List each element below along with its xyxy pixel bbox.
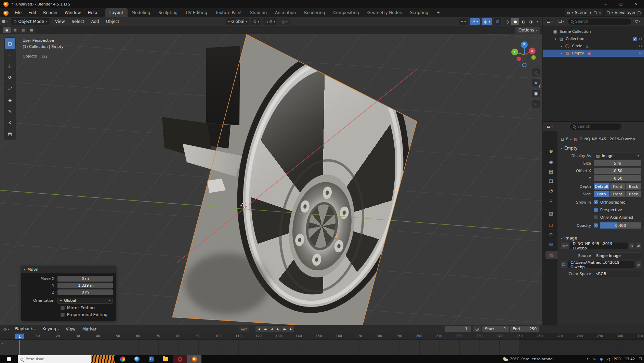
menu-file[interactable]: File — [11, 8, 25, 17]
side-back-button[interactable]: Back — [626, 191, 641, 197]
properties-tab-object[interactable]: ◻ — [546, 221, 556, 229]
tab-uv-editing[interactable]: UV Editing — [182, 8, 211, 17]
clock[interactable]: 13:42 — [625, 357, 635, 361]
tab-shading[interactable]: Shading — [246, 8, 271, 17]
only-axis-aligned-checkbox[interactable] — [594, 215, 598, 219]
select-mode-extend[interactable]: ▤ — [11, 27, 19, 33]
size-field[interactable]: 5 m — [594, 160, 641, 166]
shading-solid-button[interactable]: ● — [511, 18, 519, 25]
shading-dropdown[interactable]: ▾ — [535, 18, 540, 25]
jump-to-start-button[interactable]: |◀ — [255, 326, 262, 332]
tool-annotate[interactable]: ✎ — [5, 106, 15, 117]
jump-to-end-button[interactable]: ▶| — [288, 326, 294, 332]
tab-rendering[interactable]: Rendering — [300, 8, 329, 17]
tool-select-box[interactable]: ▢ — [5, 38, 15, 49]
show-gizmo-dropdown[interactable]: ⌖▾ — [459, 18, 468, 25]
bluetooth-icon[interactable]: ● — [600, 357, 603, 361]
source-dropdown[interactable]: Single Image — [594, 252, 641, 259]
move-operator-panel[interactable]: ▾Move Move X 0 m Y -1.329 m Z 0 m Orient… — [21, 266, 116, 321]
visibility-icon[interactable]: ⊡ — [639, 44, 642, 48]
menu-window[interactable]: Window — [61, 8, 84, 17]
properties-tab-collection[interactable]: ▥ — [546, 209, 556, 218]
properties-tab-tool[interactable]: ⚒ — [546, 147, 556, 156]
outliner-row-collection[interactable]: ▾▤Collection✓⊡ — [543, 35, 644, 42]
new-scene-icon[interactable]: ❏ — [594, 11, 597, 15]
gizmo-x-axis[interactable]: X — [529, 48, 536, 54]
current-frame-badge[interactable]: 1 — [15, 334, 24, 339]
tab-geometry-nodes[interactable]: Geometry Nodes — [363, 8, 406, 17]
use-preview-range-button[interactable]: ◷ — [473, 326, 481, 332]
depth-default-button[interactable]: Default — [594, 183, 609, 190]
select-mode-new[interactable]: ▣ — [3, 27, 11, 33]
tab-modeling[interactable]: Modeling — [128, 8, 155, 17]
viewport-menu-view[interactable]: View — [52, 17, 68, 26]
tool-move[interactable]: ✢ — [5, 61, 15, 72]
properties-tab-output[interactable]: ▤ — [546, 167, 556, 176]
taskbar-search-input[interactable] — [26, 357, 74, 361]
blender-menu-icon[interactable] — [3, 11, 9, 16]
collection-exclude-checkbox[interactable]: ✓ — [633, 37, 637, 41]
editor-type-button[interactable]: ⊞▾ — [0, 19, 10, 24]
depth-back-button[interactable]: Back — [626, 183, 641, 190]
notification-center-icon[interactable]: ❐ — [639, 357, 642, 361]
tool-scale[interactable]: ⤢ — [5, 83, 15, 94]
tray-expand-icon[interactable]: ∧ — [586, 357, 589, 361]
minimize-button[interactable]: ─ — [598, 0, 613, 8]
tab-compositing[interactable]: Compositing — [329, 8, 363, 17]
sidebar-collapse-arrow[interactable]: ❮ — [538, 84, 541, 88]
overlays-toggle[interactable]: ◎▾ — [482, 18, 492, 25]
menu-edit[interactable]: Edit — [25, 8, 40, 17]
show-orthographic-checkbox[interactable]: ✓ — [594, 200, 598, 204]
outliner-display-mode-button[interactable]: ❏▾ — [556, 19, 566, 24]
open-image-folder-icon[interactable]: ▱ — [636, 243, 641, 249]
shading-rendered-button[interactable]: ◑ — [527, 18, 535, 25]
start-button[interactable] — [0, 355, 18, 363]
taskbar-explorer-icon[interactable] — [158, 355, 173, 363]
taskbar-search[interactable] — [18, 355, 115, 363]
image-panel-header[interactable]: ▾Image — [561, 234, 641, 242]
move-z-field[interactable]: 0 m — [57, 289, 113, 295]
visibility-icon[interactable]: ⊡ — [639, 37, 642, 41]
tab-layout[interactable]: Layout — [105, 8, 128, 17]
transform-orientation-dropdown[interactable]: ⌖ Global▾ — [226, 18, 249, 25]
offset-x-field[interactable]: -0.50 — [594, 168, 641, 174]
tool-add-cube[interactable]: ⬒ — [5, 128, 15, 139]
mirror-editing-checkbox[interactable] — [61, 306, 65, 310]
delete-scene-icon[interactable]: ✕ — [599, 11, 601, 15]
menu-keying[interactable]: Keying ▾ — [39, 324, 62, 334]
playhead[interactable] — [19, 340, 20, 355]
zoom-icon[interactable] — [532, 68, 540, 76]
menu-render[interactable]: Render — [40, 8, 61, 17]
gizmo-neg-x[interactable] — [517, 57, 521, 61]
properties-tab-physics[interactable]: ◍ — [546, 240, 556, 248]
browse-folder-icon[interactable]: ▱ — [636, 261, 641, 268]
mode-dropdown[interactable]: ◻ Object Mode▾ — [11, 18, 50, 25]
maximize-button[interactable]: ▢ — [613, 0, 629, 8]
gizmo-z-axis[interactable]: Z — [521, 41, 528, 48]
properties-tab-render[interactable]: ◉ — [546, 158, 556, 166]
move-y-field[interactable]: -1.329 m — [57, 283, 113, 288]
side-both-button[interactable]: Both — [594, 191, 609, 197]
outliner-search[interactable] — [568, 18, 631, 25]
fake-user-shield-icon[interactable]: ◇ — [629, 243, 635, 249]
proportional-editing-dropdown[interactable]: ◎▾ — [279, 18, 290, 25]
menu-playback[interactable]: Playback ▾ — [11, 324, 39, 334]
pivot-point-dropdown[interactable]: ⊙▾ — [251, 18, 261, 25]
shading-material-button[interactable]: ◐ — [519, 18, 527, 25]
orthographic-toggle-icon[interactable]: ⊞ — [532, 100, 540, 108]
offset-y-field[interactable]: -0.50 — [594, 175, 641, 181]
camera-view-icon[interactable]: ▣ — [532, 90, 540, 97]
weather-widget[interactable]: 20°C Parc. ensolarado — [503, 357, 552, 361]
jump-prev-keyframe-button[interactable]: ◀◆ — [262, 326, 268, 332]
orientation-dropdown[interactable]: ⌖ Global ▾ — [57, 298, 113, 304]
opacity-checkbox[interactable]: ✓ — [594, 223, 598, 228]
tab-animation[interactable]: Animation — [271, 8, 300, 17]
expand-icon[interactable]: ▸ — [559, 44, 564, 48]
properties-search-input[interactable] — [577, 124, 619, 129]
outliner-row-empty[interactable]: ▸▨Empty▣⊡ — [543, 50, 644, 57]
taskbar-outlook-icon[interactable]: O — [144, 355, 158, 363]
taskbar-edge-icon[interactable] — [130, 355, 144, 363]
select-mode-subtract[interactable]: ▥ — [19, 27, 27, 33]
collapse-icon[interactable]: ▾ — [553, 37, 558, 41]
tab--[interactable]: + — [432, 8, 444, 17]
